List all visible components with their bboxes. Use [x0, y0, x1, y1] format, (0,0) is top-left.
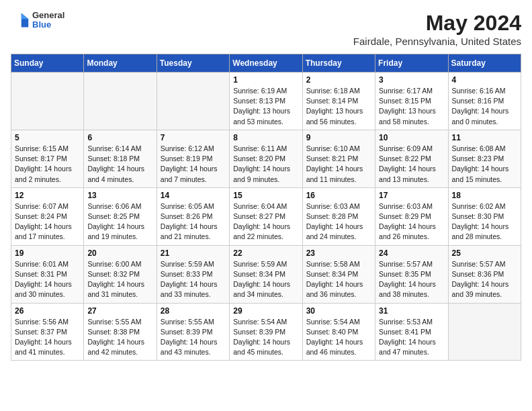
calendar-table: SundayMondayTuesdayWednesdayThursdayFrid… — [11, 54, 521, 361]
day-cell: 5Sunrise: 6:15 AMSunset: 8:17 PMDaylight… — [11, 130, 84, 187]
day-number: 5 — [15, 133, 80, 142]
day-info: Sunrise: 6:05 AMSunset: 8:26 PMDaylight:… — [161, 201, 226, 242]
day-info: Sunrise: 6:10 AMSunset: 8:21 PMDaylight:… — [306, 144, 371, 185]
day-cell: 7Sunrise: 6:12 AMSunset: 8:19 PMDaylight… — [157, 130, 229, 187]
day-cell: 20Sunrise: 6:00 AMSunset: 8:32 PMDayligh… — [84, 245, 157, 303]
day-number: 17 — [379, 191, 444, 200]
day-cell — [11, 73, 84, 130]
day-info: Sunrise: 5:59 AMSunset: 8:34 PMDaylight:… — [233, 259, 298, 300]
week-row-0: 1Sunrise: 6:19 AMSunset: 8:13 PMDaylight… — [11, 73, 521, 130]
day-number: 23 — [306, 248, 371, 258]
day-cell: 21Sunrise: 5:59 AMSunset: 8:33 PMDayligh… — [157, 245, 229, 303]
day-cell: 25Sunrise: 5:57 AMSunset: 8:36 PMDayligh… — [448, 245, 521, 303]
day-cell: 26Sunrise: 5:56 AMSunset: 8:37 PMDayligh… — [11, 303, 84, 361]
day-cell: 1Sunrise: 6:19 AMSunset: 8:13 PMDaylight… — [230, 73, 302, 130]
day-cell: 10Sunrise: 6:09 AMSunset: 8:22 PMDayligh… — [375, 130, 448, 187]
day-cell: 30Sunrise: 5:54 AMSunset: 8:40 PMDayligh… — [302, 303, 375, 361]
day-info: Sunrise: 6:12 AMSunset: 8:19 PMDaylight:… — [161, 144, 226, 185]
day-cell: 8Sunrise: 6:11 AMSunset: 8:20 PMDaylight… — [230, 130, 302, 187]
day-cell: 31Sunrise: 5:53 AMSunset: 8:41 PMDayligh… — [375, 303, 448, 361]
day-number: 9 — [306, 133, 371, 142]
day-cell: 23Sunrise: 5:58 AMSunset: 8:34 PMDayligh… — [302, 245, 375, 303]
logo-blue: Blue — [32, 20, 64, 30]
day-info: Sunrise: 5:58 AMSunset: 8:34 PMDaylight:… — [306, 259, 371, 300]
col-header-friday: Friday — [375, 54, 448, 73]
day-number: 2 — [306, 75, 371, 85]
day-info: Sunrise: 6:09 AMSunset: 8:22 PMDaylight:… — [379, 144, 444, 185]
col-header-sunday: Sunday — [11, 54, 84, 73]
day-number: 1 — [233, 75, 298, 85]
day-info: Sunrise: 6:19 AMSunset: 8:13 PMDaylight:… — [233, 86, 298, 127]
day-cell: 3Sunrise: 6:17 AMSunset: 8:15 PMDaylight… — [375, 73, 448, 130]
day-info: Sunrise: 5:54 AMSunset: 8:40 PMDaylight:… — [306, 317, 371, 358]
day-info: Sunrise: 6:01 AMSunset: 8:31 PMDaylight:… — [15, 259, 80, 300]
day-number: 28 — [161, 306, 226, 316]
day-number: 11 — [452, 133, 517, 142]
day-info: Sunrise: 6:18 AMSunset: 8:14 PMDaylight:… — [306, 86, 371, 127]
day-number: 6 — [87, 133, 152, 142]
day-info: Sunrise: 6:15 AMSunset: 8:17 PMDaylight:… — [15, 144, 80, 185]
day-info: Sunrise: 5:55 AMSunset: 8:39 PMDaylight:… — [161, 317, 226, 358]
day-number: 29 — [233, 306, 298, 316]
day-info: Sunrise: 6:14 AMSunset: 8:18 PMDaylight:… — [87, 144, 152, 185]
col-header-thursday: Thursday — [302, 54, 375, 73]
page-header: General Blue May 2024 Fairdale, Pennsylv… — [11, 11, 521, 47]
day-cell: 2Sunrise: 6:18 AMSunset: 8:14 PMDaylight… — [302, 73, 375, 130]
day-number: 15 — [233, 191, 298, 200]
day-cell: 17Sunrise: 6:03 AMSunset: 8:29 PMDayligh… — [375, 187, 448, 245]
day-cell: 27Sunrise: 5:55 AMSunset: 8:38 PMDayligh… — [84, 303, 157, 361]
day-cell: 13Sunrise: 6:06 AMSunset: 8:25 PMDayligh… — [84, 187, 157, 245]
day-cell: 19Sunrise: 6:01 AMSunset: 8:31 PMDayligh… — [11, 245, 84, 303]
day-number: 31 — [379, 306, 444, 316]
day-info: Sunrise: 6:16 AMSunset: 8:16 PMDaylight:… — [452, 86, 517, 127]
day-number: 8 — [233, 133, 298, 142]
day-info: Sunrise: 6:02 AMSunset: 8:30 PMDaylight:… — [452, 201, 517, 242]
day-number: 26 — [15, 306, 80, 316]
day-number: 3 — [379, 75, 444, 85]
day-info: Sunrise: 5:57 AMSunset: 8:36 PMDaylight:… — [452, 259, 517, 300]
day-info: Sunrise: 5:56 AMSunset: 8:37 PMDaylight:… — [15, 317, 80, 358]
day-info: Sunrise: 6:04 AMSunset: 8:27 PMDaylight:… — [233, 201, 298, 242]
col-header-tuesday: Tuesday — [157, 54, 229, 73]
day-cell: 29Sunrise: 5:54 AMSunset: 8:39 PMDayligh… — [230, 303, 302, 361]
day-info: Sunrise: 5:53 AMSunset: 8:41 PMDaylight:… — [379, 317, 444, 358]
day-info: Sunrise: 6:00 AMSunset: 8:32 PMDaylight:… — [87, 259, 152, 300]
day-cell: 4Sunrise: 6:16 AMSunset: 8:16 PMDaylight… — [448, 73, 521, 130]
day-cell — [84, 73, 157, 130]
logo-general: General — [32, 11, 64, 20]
subtitle: Fairdale, Pennsylvania, United States — [353, 36, 521, 47]
day-number: 13 — [87, 191, 152, 200]
day-number: 19 — [15, 248, 80, 258]
day-cell — [448, 303, 521, 361]
day-number: 24 — [379, 248, 444, 258]
day-cell: 9Sunrise: 6:10 AMSunset: 8:21 PMDaylight… — [302, 130, 375, 187]
day-info: Sunrise: 6:08 AMSunset: 8:23 PMDaylight:… — [452, 144, 517, 185]
title-block: May 2024 Fairdale, Pennsylvania, United … — [353, 11, 521, 47]
day-cell: 24Sunrise: 5:57 AMSunset: 8:35 PMDayligh… — [375, 245, 448, 303]
day-cell: 28Sunrise: 5:55 AMSunset: 8:39 PMDayligh… — [157, 303, 229, 361]
day-number: 25 — [452, 248, 517, 258]
svg-marker-1 — [21, 13, 29, 19]
day-number: 20 — [87, 248, 152, 258]
day-number: 27 — [87, 306, 152, 316]
day-number: 16 — [306, 191, 371, 200]
day-info: Sunrise: 6:03 AMSunset: 8:28 PMDaylight:… — [306, 201, 371, 242]
day-number: 14 — [161, 191, 226, 200]
col-header-wednesday: Wednesday — [230, 54, 302, 73]
day-cell: 16Sunrise: 6:03 AMSunset: 8:28 PMDayligh… — [302, 187, 375, 245]
day-info: Sunrise: 5:57 AMSunset: 8:35 PMDaylight:… — [379, 259, 444, 300]
day-info: Sunrise: 5:55 AMSunset: 8:38 PMDaylight:… — [87, 317, 152, 358]
day-number: 21 — [161, 248, 226, 258]
day-cell: 11Sunrise: 6:08 AMSunset: 8:23 PMDayligh… — [448, 130, 521, 187]
day-number: 10 — [379, 133, 444, 142]
logo-icon — [11, 11, 30, 30]
day-number: 18 — [452, 191, 517, 200]
day-info: Sunrise: 5:54 AMSunset: 8:39 PMDaylight:… — [233, 317, 298, 358]
main-title: May 2024 — [353, 11, 521, 36]
header-row: SundayMondayTuesdayWednesdayThursdayFrid… — [11, 54, 521, 73]
day-cell — [157, 73, 229, 130]
day-info: Sunrise: 6:11 AMSunset: 8:20 PMDaylight:… — [233, 144, 298, 185]
week-row-3: 19Sunrise: 6:01 AMSunset: 8:31 PMDayligh… — [11, 245, 521, 303]
logo: General Blue — [11, 11, 64, 30]
day-cell: 18Sunrise: 6:02 AMSunset: 8:30 PMDayligh… — [448, 187, 521, 245]
